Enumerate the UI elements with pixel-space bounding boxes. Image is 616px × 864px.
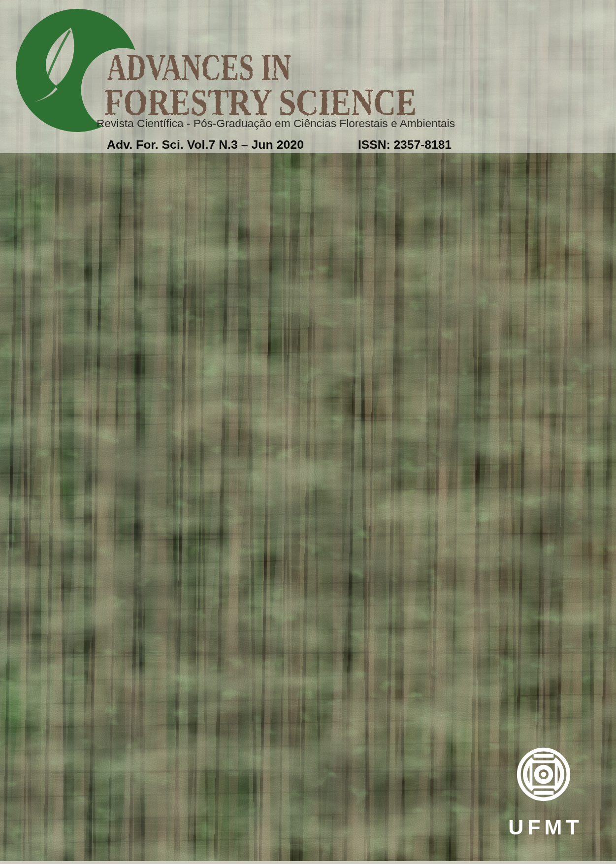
journal-subtitle: Revista Científica - Pós-Graduação em Ci… — [97, 117, 455, 130]
emblem-bottom-bar — [534, 791, 554, 795]
ufmt-logo: UFMT — [494, 746, 593, 838]
bottom-edge-strip — [0, 861, 616, 864]
journal-cover: ADVANCES IN FORESTRY SCIENCE Revista Cie… — [0, 0, 616, 864]
ufmt-emblem-icon — [515, 746, 572, 803]
ufmt-wordmark: UFMT — [504, 817, 583, 838]
header-text-block: ADVANCES IN FORESTRY SCIENCE Revista Cie… — [95, 47, 459, 153]
emblem-top-bar — [534, 754, 554, 758]
emblem-center-dot — [541, 772, 547, 777]
journal-citation: Adv. For. Sci. Vol.7 N.3 – Jun 2020 — [107, 138, 304, 151]
journal-issn: ISSN: 2357-8181 — [358, 138, 452, 151]
